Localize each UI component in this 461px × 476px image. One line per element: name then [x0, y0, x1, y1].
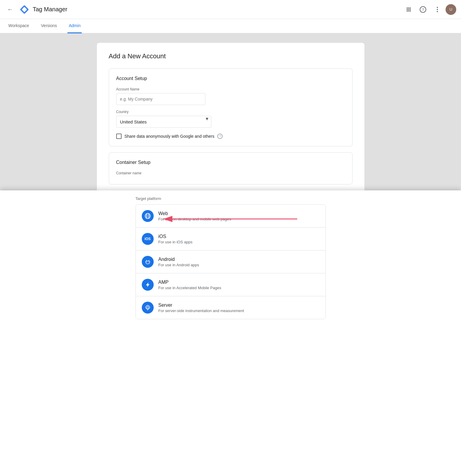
platform-ios-desc: For use in iOS apps: [158, 240, 193, 244]
share-data-checkbox[interactable]: [116, 134, 122, 139]
platform-web-desc: For use on desktop and mobile web pages: [158, 217, 231, 221]
svg-point-10: [410, 10, 411, 12]
platform-ios-name: iOS: [158, 234, 193, 239]
server-icon: [142, 302, 154, 314]
svg-point-5: [407, 9, 408, 10]
platform-amp-name: AMP: [158, 280, 221, 285]
svg-point-6: [408, 9, 409, 10]
help-circle-icon: ?: [420, 6, 426, 13]
svg-point-24: [148, 262, 149, 262]
apps-grid-icon: [406, 7, 412, 12]
back-button[interactable]: ←: [5, 4, 15, 15]
svg-point-14: [437, 9, 438, 10]
share-data-row: Share data anonymously with Google and o…: [116, 134, 345, 139]
apps-button[interactable]: [403, 4, 415, 15]
platform-list: Web For use on desktop and mobile web pa…: [136, 204, 326, 319]
nav-tabs: Workspace Versions Admin: [0, 19, 461, 33]
country-select[interactable]: United States: [116, 116, 211, 128]
more-options-button[interactable]: [431, 4, 443, 15]
tag-manager-logo-icon: [19, 4, 30, 15]
svg-point-28: [147, 307, 149, 309]
account-name-field: Account Name: [116, 87, 345, 105]
platform-item-android[interactable]: Android For use in Android apps: [136, 250, 325, 273]
app-title: Tag Manager: [33, 6, 67, 13]
svg-point-8: [407, 10, 408, 12]
platform-item-amp[interactable]: AMP For use in Accelerated Mobile Pages: [136, 273, 325, 296]
share-data-label: Share data anonymously with Google and o…: [125, 134, 215, 139]
svg-point-3: [408, 7, 409, 9]
svg-point-4: [410, 7, 411, 9]
main-content: Add a New Account Account Setup Account …: [0, 33, 461, 203]
tab-admin[interactable]: Admin: [67, 19, 82, 33]
app-logo: Tag Manager: [19, 4, 67, 15]
platform-android-desc: For use in Android apps: [158, 263, 199, 267]
svg-text:?: ?: [422, 7, 424, 12]
platform-item-server[interactable]: Server For server-side instrumentation a…: [136, 296, 325, 319]
platform-web-name: Web: [158, 211, 231, 216]
svg-point-15: [437, 11, 438, 12]
svg-point-23: [147, 262, 147, 262]
ios-icon: iOS: [142, 233, 154, 245]
container-section-title: Container Setup: [116, 160, 345, 165]
android-icon: [142, 256, 154, 268]
svg-point-9: [408, 10, 409, 12]
svg-line-22: [149, 260, 149, 261]
tab-workspace[interactable]: Workspace: [7, 19, 30, 33]
svg-marker-27: [146, 282, 150, 287]
vertical-dots-icon: [437, 7, 438, 12]
target-platform-dropdown: Target platform Web For use on desktop a…: [0, 190, 461, 476]
topbar: ← Tag Manager ?: [0, 0, 461, 19]
container-setup-section: Container Setup Container name: [109, 152, 353, 184]
target-platform-label: Target platform: [130, 196, 332, 204]
topbar-actions: ? U: [403, 4, 456, 15]
avatar[interactable]: U: [446, 4, 456, 15]
account-name-input[interactable]: [116, 93, 205, 105]
tab-versions[interactable]: Versions: [40, 19, 58, 33]
platform-server-desc: For server-side instrumentation and meas…: [158, 309, 244, 313]
platform-item-web[interactable]: Web For use on desktop and mobile web pa…: [136, 205, 325, 228]
country-field: Country United States ▾: [116, 110, 211, 128]
help-button[interactable]: ?: [417, 4, 429, 15]
page-title: Add a New Account: [109, 52, 353, 60]
country-label: Country: [116, 110, 211, 114]
account-setup-section: Account Setup Account Name Country Unite…: [109, 68, 353, 146]
svg-point-7: [410, 9, 411, 10]
svg-point-13: [437, 7, 438, 8]
web-icon: [142, 210, 154, 222]
help-circle-icon[interactable]: ?: [217, 134, 223, 139]
platform-server-name: Server: [158, 303, 244, 308]
platform-web-text: Web For use on desktop and mobile web pa…: [158, 211, 231, 221]
account-name-label: Account Name: [116, 87, 345, 91]
dropdown-panel: Target platform Web For use on desktop a…: [130, 190, 332, 325]
account-section-title: Account Setup: [116, 76, 345, 81]
add-account-card: Add a New Account Account Setup Account …: [97, 43, 364, 194]
svg-point-2: [407, 7, 408, 9]
platform-android-name: Android: [158, 257, 199, 262]
amp-icon: [142, 279, 154, 291]
platform-amp-desc: For use in Accelerated Mobile Pages: [158, 286, 221, 290]
platform-item-ios[interactable]: iOS iOS For use in iOS apps: [136, 228, 325, 250]
svg-line-21: [146, 260, 147, 261]
platform-amp-text: AMP For use in Accelerated Mobile Pages: [158, 280, 221, 290]
container-name-label: Container name: [116, 171, 345, 175]
platform-ios-text: iOS For use in iOS apps: [158, 234, 193, 244]
platform-server-text: Server For server-side instrumentation a…: [158, 303, 244, 313]
platform-android-text: Android For use in Android apps: [158, 257, 199, 267]
